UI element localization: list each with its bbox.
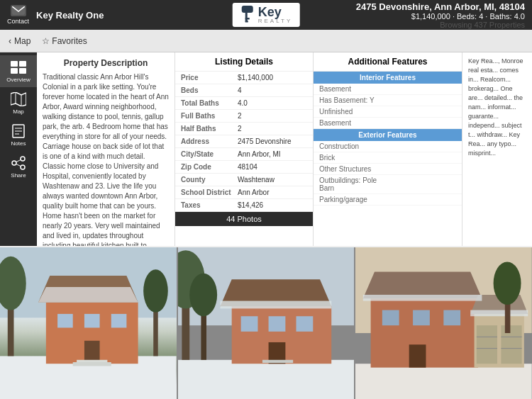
property-desc-text: Traditional classic Ann Arbor Hill's Col…: [43, 72, 169, 246]
photos-bar[interactable]: 44 Photos: [175, 212, 313, 226]
detail-value: Ann Arbor, MI: [238, 150, 307, 158]
notes-icon: [9, 123, 28, 139]
feature-label-basement: Basement: [319, 85, 394, 93]
svg-rect-65: [409, 344, 426, 367]
svg-marker-9: [11, 92, 26, 106]
svg-rect-5: [11, 61, 18, 67]
house-img-2: [178, 247, 355, 399]
favorites-button[interactable]: ☆ Favorites: [42, 36, 87, 46]
header-property-info: 2475 Devonshire, Ann Arbor, MI, 48104 $1…: [356, 1, 525, 29]
overview-icon: [9, 60, 28, 75]
photo-3[interactable]: [355, 247, 532, 399]
property-address: 2475 Devonshire, Ann Arbor, MI, 48104: [356, 1, 525, 12]
feature-label-has-basement: Has Basement: Y: [319, 96, 394, 104]
detail-label: Zip Code: [181, 163, 238, 171]
right-panel-text: Key Rea..., Monroe real esta... comes in…: [468, 57, 526, 159]
svg-rect-4: [245, 21, 248, 23]
listing-detail-row: Beds4: [175, 84, 313, 97]
feature-label-brick: Brick: [319, 154, 394, 162]
svg-point-69: [494, 262, 521, 305]
additional-features-title: Additional Features: [314, 52, 462, 72]
detail-label: City/State: [181, 150, 238, 158]
browsing-count: Browsing 437 Properties: [440, 21, 525, 29]
sidebar-item-notes[interactable]: Notes: [0, 119, 37, 151]
feature-label-construction: Construction: [319, 142, 394, 150]
sidebar-share-label: Share: [11, 172, 26, 179]
feature-label-parking: Parking/garage: [319, 196, 394, 203]
detail-value: 4.0: [238, 99, 307, 107]
svg-rect-45: [240, 316, 257, 332]
detail-value: $14,426: [238, 201, 307, 209]
listing-details-panel: Listing Details Price$1,140,000Beds4Tota…: [175, 52, 314, 246]
svg-rect-1: [242, 6, 253, 13]
top-header: Contact Key Realty One Key REALTY 2475 D…: [0, 0, 532, 30]
detail-label: Price: [181, 74, 238, 82]
map-button[interactable]: ‹ Map: [9, 36, 31, 46]
listing-detail-row: City/StateAnn Arbor, MI: [175, 148, 313, 161]
detail-label: Total Baths: [181, 99, 238, 107]
feature-outbuildings: Outbuildings: Pole Barn: [314, 175, 462, 194]
house-svg-2: [178, 247, 355, 399]
detail-label: Taxes: [181, 201, 238, 209]
logo: Key REALTY: [233, 3, 300, 27]
interior-features-button[interactable]: Interior Features: [314, 72, 462, 84]
listing-details-title: Listing Details: [175, 52, 313, 72]
photo-2[interactable]: [178, 247, 355, 399]
svg-rect-63: [413, 310, 430, 326]
company-name: Key Realty One: [36, 10, 356, 21]
svg-rect-51: [355, 364, 532, 399]
right-panel: Key Rea..., Monroe real esta... comes in…: [462, 52, 532, 246]
svg-point-17: [12, 161, 16, 165]
key-icon: [240, 5, 255, 25]
svg-point-41: [189, 274, 217, 317]
feature-brick: Brick: [314, 152, 462, 164]
share-icon: [9, 155, 28, 171]
sidebar-map-label: Map: [13, 108, 24, 115]
svg-rect-57: [501, 325, 522, 364]
contact-button[interactable]: Contact: [7, 5, 29, 25]
map-label: Map: [14, 36, 31, 46]
sidebar-notes-label: Notes: [11, 140, 26, 147]
svg-point-26: [143, 269, 168, 313]
sidebar-overview-label: Overview: [6, 77, 30, 83]
feature-basement2: Basement: [314, 118, 462, 129]
listing-detail-row: CountyWashtenaw: [175, 174, 313, 186]
feature-label-basement2: Basement: [319, 119, 394, 127]
svg-rect-32: [111, 314, 127, 327]
favorites-label: Favorites: [52, 36, 87, 46]
svg-rect-66: [363, 295, 482, 301]
svg-rect-44: [220, 301, 331, 309]
svg-rect-46: [268, 316, 285, 332]
photo-1[interactable]: [0, 247, 177, 399]
listing-detail-row: Full Baths2: [175, 110, 313, 123]
svg-rect-64: [444, 310, 461, 326]
sidebar-item-share[interactable]: Share: [0, 151, 37, 183]
svg-rect-47: [296, 316, 313, 332]
feature-label-outbuildings: Outbuildings: Pole Barn: [319, 176, 394, 192]
svg-rect-8: [19, 68, 26, 74]
exterior-features-button[interactable]: Exterior Features: [314, 129, 462, 141]
listing-detail-row: Zip Code48104: [175, 161, 313, 174]
feature-label-unfinished: Unfinished: [319, 108, 394, 116]
detail-label: Beds: [181, 86, 238, 94]
listing-detail-row: Address2475 Devonshire: [175, 135, 313, 148]
sidebar-item-overview[interactable]: Overview: [0, 55, 37, 87]
detail-value: Ann Arbor: [238, 189, 307, 196]
property-description-panel: Property Description Traditional classic…: [37, 52, 175, 246]
svg-rect-62: [382, 310, 399, 326]
feature-parking: Parking/garage: [314, 194, 462, 206]
feature-label-other-structures: Other Structures: [319, 165, 394, 173]
svg-rect-2: [245, 12, 248, 22]
map-sidebar-icon: [9, 91, 28, 107]
house-svg-1: [0, 247, 177, 399]
logo-key: Key: [258, 6, 293, 18]
svg-rect-31: [84, 314, 100, 327]
detail-value: 2475 Devonshire: [238, 137, 307, 145]
feature-construction: Construction: [314, 141, 462, 152]
sidebar-item-map[interactable]: Map: [0, 87, 37, 119]
detail-label: County: [181, 176, 238, 184]
feature-basement: Basement: [314, 84, 462, 95]
svg-rect-49: [262, 360, 293, 363]
detail-value: 4: [238, 86, 307, 94]
contact-svg-icon: [12, 6, 25, 15]
